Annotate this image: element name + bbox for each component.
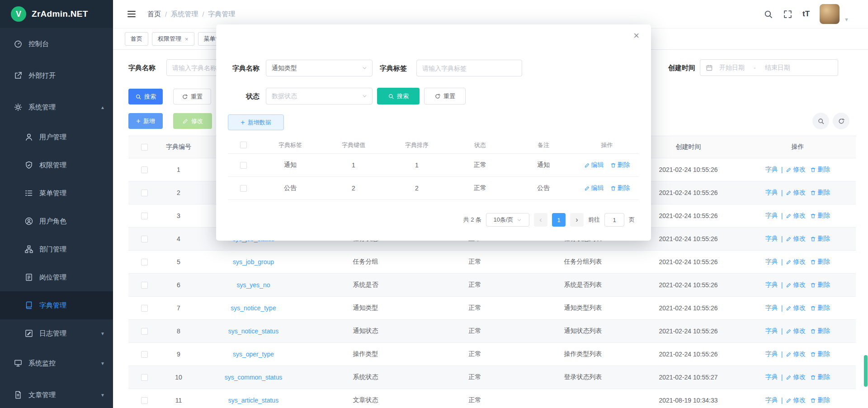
row-checkbox[interactable] <box>141 259 148 266</box>
op-delete-link[interactable]: 删除 <box>810 189 830 197</box>
op-dict-link[interactable]: 字典 <box>765 235 778 243</box>
row-checkbox[interactable] <box>141 282 148 289</box>
tab-close-icon[interactable]: × <box>185 36 189 43</box>
op-edit-link[interactable]: 修改 <box>786 189 806 197</box>
search-icon[interactable] <box>764 9 773 19</box>
op-delete-link[interactable]: 删除 <box>810 281 830 289</box>
op-edit-link[interactable]: 编辑 <box>584 161 604 169</box>
sidebar-item-2[interactable]: 系统管理▲ <box>0 91 113 123</box>
op-edit-link[interactable]: 编辑 <box>584 184 604 192</box>
avatar[interactable] <box>820 4 840 24</box>
op-edit-link[interactable]: 修改 <box>786 396 806 404</box>
row-checkbox[interactable] <box>141 236 148 242</box>
modal-dict-name-select[interactable]: 通知类型 <box>266 60 373 76</box>
op-edit-link[interactable]: 修改 <box>786 350 806 358</box>
page-size-select[interactable]: 10条/页 <box>486 213 529 227</box>
chevron-down-icon[interactable]: ▼ <box>844 17 849 22</box>
op-dict-link[interactable]: 字典 <box>765 189 778 197</box>
modal-dict-label-input[interactable] <box>416 60 522 76</box>
op-edit-link[interactable]: 修改 <box>786 327 806 335</box>
reset-button[interactable]: 重置 <box>173 89 211 104</box>
page-1-button[interactable]: 1 <box>552 213 566 227</box>
sidebar-item-9[interactable]: 字典管理 <box>0 291 113 319</box>
select-all-checkbox[interactable] <box>141 144 148 151</box>
sidebar-toggle-icon[interactable] <box>127 9 137 19</box>
op-delete-link[interactable]: 删除 <box>810 350 830 358</box>
op-dict-link[interactable]: 字典 <box>765 258 778 266</box>
op-delete-link[interactable]: 删除 <box>810 373 830 381</box>
sidebar-item-8[interactable]: 岗位管理 <box>0 263 113 291</box>
op-edit-link[interactable]: 修改 <box>786 373 806 381</box>
prev-page-button[interactable]: ‹ <box>534 213 547 227</box>
modal-row-checkbox[interactable] <box>240 162 247 169</box>
op-delete-link[interactable]: 删除 <box>610 161 630 169</box>
sidebar-item-1[interactable]: 外部打开 <box>0 60 113 91</box>
op-delete-link[interactable]: 删除 <box>810 166 830 174</box>
sidebar-item-7[interactable]: 部门管理 <box>0 235 113 263</box>
tab-0[interactable]: 首页 <box>125 32 148 46</box>
op-dict-link[interactable]: 字典 <box>765 212 778 220</box>
dict-type-link[interactable]: sys_article_status <box>228 397 278 404</box>
op-delete-link[interactable]: 删除 <box>810 304 830 312</box>
sidebar-item-6[interactable]: 用户角色 <box>0 207 113 235</box>
next-page-button[interactable]: › <box>570 213 584 227</box>
op-dict-link[interactable]: 字典 <box>765 304 778 312</box>
op-dict-link[interactable]: 字典 <box>765 327 778 335</box>
row-checkbox[interactable] <box>141 213 148 219</box>
modal-select-all-checkbox[interactable] <box>240 142 247 148</box>
sidebar-item-4[interactable]: 权限管理 <box>0 151 113 179</box>
op-delete-link[interactable]: 删除 <box>810 327 830 335</box>
edit-button[interactable]: 修改 <box>173 113 212 129</box>
dict-type-link[interactable]: sys_oper_type <box>233 351 274 358</box>
dict-type-link[interactable]: sys_job_group <box>233 258 274 266</box>
dict-type-link[interactable]: sys_notice_status <box>228 327 278 335</box>
create-time-range-picker[interactable]: 开始日期 - 结束日期 <box>700 59 838 76</box>
modal-reset-button[interactable]: 重置 <box>424 88 466 104</box>
sidebar-item-0[interactable]: 控制台 <box>0 28 113 60</box>
row-checkbox[interactable] <box>141 397 148 404</box>
dict-type-link[interactable]: sys_notice_type <box>231 304 276 312</box>
sidebar-item-3[interactable]: 用户管理 <box>0 123 113 151</box>
sidebar-item-12[interactable]: 文章管理▼ <box>0 379 113 408</box>
table-search-button[interactable] <box>812 113 829 129</box>
search-button[interactable]: 搜索 <box>128 89 163 104</box>
modal-status-select[interactable]: 数据状态 <box>266 88 373 104</box>
op-delete-link[interactable]: 删除 <box>810 212 830 220</box>
op-delete-link[interactable]: 删除 <box>810 258 830 266</box>
op-dict-link[interactable]: 字典 <box>765 166 778 174</box>
add-button[interactable]: + 新增 <box>128 113 163 129</box>
op-dict-link[interactable]: 字典 <box>765 373 778 381</box>
scrollbar-thumb[interactable] <box>864 355 868 387</box>
op-delete-link[interactable]: 删除 <box>810 396 830 404</box>
sidebar-item-11[interactable]: 系统监控▼ <box>0 347 113 379</box>
modal-add-data-button[interactable]: + 新增数据 <box>228 114 284 130</box>
modal-row-checkbox[interactable] <box>240 185 247 192</box>
op-edit-link[interactable]: 修改 <box>786 212 806 220</box>
op-edit-link[interactable]: 修改 <box>786 258 806 266</box>
table-refresh-button[interactable] <box>833 113 849 129</box>
row-checkbox[interactable] <box>141 328 148 335</box>
op-delete-link[interactable]: 删除 <box>810 235 830 243</box>
row-checkbox[interactable] <box>141 351 148 358</box>
op-delete-link[interactable]: 删除 <box>610 184 630 192</box>
row-checkbox[interactable] <box>141 305 148 312</box>
dict-type-link[interactable]: sys_yes_no <box>237 281 270 289</box>
op-dict-link[interactable]: 字典 <box>765 350 778 358</box>
goto-page-input[interactable] <box>604 213 624 227</box>
op-dict-link[interactable]: 字典 <box>765 396 778 404</box>
row-checkbox[interactable] <box>141 166 148 173</box>
row-checkbox[interactable] <box>141 374 148 381</box>
scrollbar[interactable] <box>863 0 868 408</box>
sidebar-item-5[interactable]: 菜单管理 <box>0 179 113 207</box>
op-dict-link[interactable]: 字典 <box>765 281 778 289</box>
fullscreen-icon[interactable] <box>783 9 793 19</box>
sidebar-item-10[interactable]: 日志管理▼ <box>0 319 113 347</box>
dict-type-link[interactable]: sys_common_status <box>225 374 283 381</box>
op-edit-link[interactable]: 修改 <box>786 281 806 289</box>
op-edit-link[interactable]: 修改 <box>786 235 806 243</box>
op-edit-link[interactable]: 修改 <box>786 304 806 312</box>
op-edit-link[interactable]: 修改 <box>786 166 806 174</box>
breadcrumb-home[interactable]: 首页 <box>147 10 161 19</box>
close-icon[interactable]: × <box>633 31 639 41</box>
row-checkbox[interactable] <box>141 190 148 196</box>
